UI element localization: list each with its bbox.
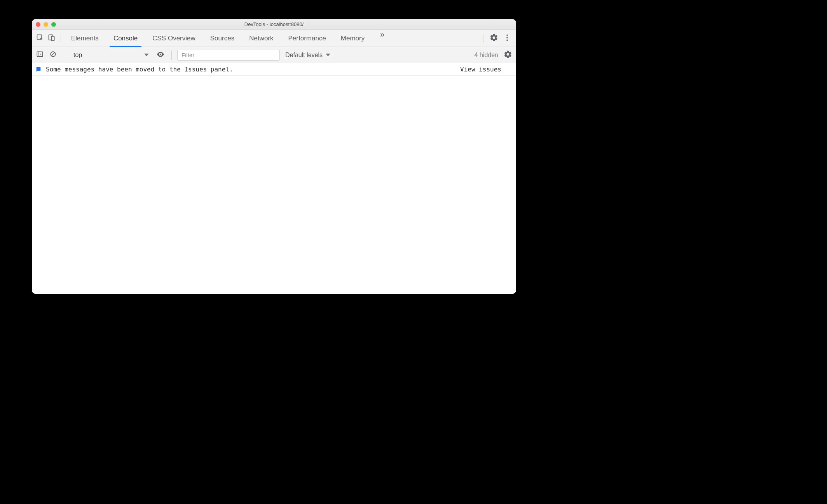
svg-point-5	[506, 39, 508, 41]
main-tabstrip: Elements Console CSS Overview Sources Ne…	[32, 30, 516, 47]
svg-point-8	[160, 54, 161, 55]
tab-label: Network	[249, 35, 273, 42]
caret-down-icon	[144, 54, 149, 56]
panel-tabs: Elements Console CSS Overview Sources Ne…	[70, 30, 480, 47]
tab-label: Memory	[341, 35, 365, 42]
more-options-button[interactable]	[501, 33, 513, 44]
devtools-window: DevTools - localhost:8080/ Elements Con	[32, 19, 516, 294]
console-toolbar: top Default levels 4 hidden	[32, 47, 516, 63]
kebab-icon	[503, 33, 511, 43]
clear-icon	[49, 50, 57, 59]
tab-label: Performance	[288, 35, 326, 42]
view-issues-link[interactable]: View issues	[460, 66, 501, 73]
separator	[469, 50, 469, 60]
filter-input[interactable]	[177, 50, 280, 61]
window-close-button[interactable]	[36, 22, 40, 27]
separator	[483, 34, 483, 43]
tab-label: CSS Overview	[152, 35, 195, 42]
tab-css-overview[interactable]: CSS Overview	[151, 30, 197, 47]
console-settings-button[interactable]	[502, 49, 514, 61]
settings-button[interactable]	[488, 33, 500, 44]
gear-icon	[490, 33, 498, 43]
issues-message-text: Some messages have been moved to the Iss…	[46, 66, 460, 73]
tab-label: Console	[113, 35, 138, 42]
tab-performance[interactable]: Performance	[287, 30, 328, 47]
chevron-double-right-icon: »	[380, 30, 384, 38]
console-body[interactable]	[32, 76, 516, 294]
device-toolbar-button[interactable]	[46, 33, 58, 44]
issues-icon	[35, 66, 42, 73]
svg-point-3	[506, 34, 508, 36]
gear-icon	[504, 50, 512, 60]
window-minimize-button[interactable]	[44, 22, 48, 27]
tab-network[interactable]: Network	[248, 30, 275, 47]
separator	[61, 34, 61, 43]
tab-console[interactable]: Console	[112, 30, 139, 47]
titlebar: DevTools - localhost:8080/	[32, 19, 516, 30]
window-title: DevTools - localhost:8080/	[32, 21, 516, 27]
tabstrip-right-tools	[480, 33, 514, 44]
svg-rect-6	[37, 52, 42, 57]
toggle-console-sidebar-button[interactable]	[34, 50, 45, 61]
levels-label: Default levels	[285, 52, 323, 59]
traffic-lights	[32, 22, 56, 27]
context-label: top	[73, 52, 82, 59]
live-expression-button[interactable]	[155, 50, 166, 61]
separator	[171, 50, 172, 60]
more-tabs-button[interactable]: »	[378, 30, 387, 47]
clear-console-button[interactable]	[47, 50, 58, 61]
tab-memory[interactable]: Memory	[339, 30, 366, 47]
caret-down-icon	[326, 54, 330, 56]
tab-sources[interactable]: Sources	[209, 30, 236, 47]
svg-point-4	[506, 37, 508, 38]
tab-label: Sources	[210, 35, 234, 42]
window-zoom-button[interactable]	[51, 22, 56, 27]
eye-icon	[156, 50, 165, 60]
sidebar-toggle-icon	[36, 50, 44, 59]
inspect-icon	[36, 34, 44, 43]
svg-rect-2	[51, 36, 54, 40]
log-levels-select[interactable]: Default levels	[285, 52, 330, 59]
tab-elements[interactable]: Elements	[70, 30, 100, 47]
device-icon	[48, 34, 56, 43]
inspect-element-button[interactable]	[34, 33, 46, 44]
hidden-messages-count[interactable]: 4 hidden	[475, 52, 498, 59]
execution-context-select[interactable]: top	[70, 50, 153, 61]
tab-label: Elements	[71, 35, 99, 42]
issues-message-row: Some messages have been moved to the Iss…	[32, 63, 516, 76]
separator	[64, 50, 64, 60]
